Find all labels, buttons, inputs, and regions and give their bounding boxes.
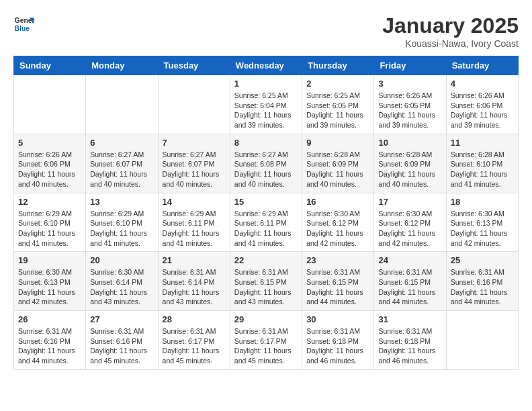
calendar-day-cell: 28Sunrise: 6:31 AM Sunset: 6:17 PM Dayli…	[158, 311, 230, 370]
day-number: 18	[451, 197, 514, 207]
calendar-day-cell: 11Sunrise: 6:28 AM Sunset: 6:10 PM Dayli…	[446, 134, 518, 193]
day-info: Sunrise: 6:25 AM Sunset: 6:05 PM Dayligh…	[306, 91, 369, 130]
day-info: Sunrise: 6:30 AM Sunset: 6:12 PM Dayligh…	[378, 209, 441, 248]
day-info: Sunrise: 6:30 AM Sunset: 6:12 PM Dayligh…	[306, 209, 369, 248]
calendar-day-cell: 16Sunrise: 6:30 AM Sunset: 6:12 PM Dayli…	[302, 193, 374, 252]
day-info: Sunrise: 6:31 AM Sunset: 6:15 PM Dayligh…	[378, 267, 441, 307]
calendar-day-cell: 29Sunrise: 6:31 AM Sunset: 6:17 PM Dayli…	[230, 311, 302, 370]
calendar-day-cell	[158, 75, 230, 134]
logo-icon: General Blue	[13, 13, 35, 35]
day-info: Sunrise: 6:26 AM Sunset: 6:06 PM Dayligh…	[18, 150, 81, 189]
day-number: 7	[163, 138, 226, 148]
day-number: 25	[451, 255, 514, 265]
day-info: Sunrise: 6:31 AM Sunset: 6:18 PM Dayligh…	[378, 326, 441, 366]
calendar-body: 1Sunrise: 6:25 AM Sunset: 6:04 PM Daylig…	[14, 75, 519, 370]
day-info: Sunrise: 6:27 AM Sunset: 6:08 PM Dayligh…	[234, 150, 298, 189]
day-number: 19	[18, 255, 81, 265]
calendar-week-row: 1Sunrise: 6:25 AM Sunset: 6:04 PM Daylig…	[14, 75, 519, 134]
calendar-day-cell: 7Sunrise: 6:27 AM Sunset: 6:07 PM Daylig…	[158, 134, 230, 193]
calendar-day-cell: 15Sunrise: 6:29 AM Sunset: 6:11 PM Dayli…	[230, 193, 302, 252]
day-number: 22	[234, 255, 298, 265]
calendar-day-cell: 1Sunrise: 6:25 AM Sunset: 6:04 PM Daylig…	[230, 75, 302, 134]
calendar-day-cell	[86, 75, 158, 134]
day-info: Sunrise: 6:30 AM Sunset: 6:13 PM Dayligh…	[18, 267, 81, 307]
day-number: 27	[90, 314, 153, 324]
weekday-header-cell: Wednesday	[230, 56, 302, 75]
calendar-day-cell: 26Sunrise: 6:31 AM Sunset: 6:16 PM Dayli…	[14, 311, 86, 370]
calendar-day-cell: 4Sunrise: 6:26 AM Sunset: 6:06 PM Daylig…	[446, 75, 518, 134]
calendar-day-cell: 25Sunrise: 6:31 AM Sunset: 6:16 PM Dayli…	[446, 252, 518, 311]
day-number: 9	[306, 138, 369, 148]
day-number: 21	[163, 255, 226, 265]
day-number: 3	[378, 79, 441, 89]
calendar-day-cell	[14, 75, 86, 134]
calendar-day-cell: 8Sunrise: 6:27 AM Sunset: 6:08 PM Daylig…	[230, 134, 302, 193]
day-info: Sunrise: 6:31 AM Sunset: 6:18 PM Dayligh…	[306, 326, 369, 366]
day-number: 2	[306, 79, 369, 89]
weekday-header-cell: Thursday	[302, 56, 374, 75]
day-number: 8	[234, 138, 298, 148]
day-info: Sunrise: 6:31 AM Sunset: 6:15 PM Dayligh…	[306, 267, 369, 307]
calendar-day-cell: 23Sunrise: 6:31 AM Sunset: 6:15 PM Dayli…	[302, 252, 374, 311]
weekday-header-cell: Tuesday	[158, 56, 230, 75]
weekday-header-cell: Monday	[86, 56, 158, 75]
day-info: Sunrise: 6:27 AM Sunset: 6:07 PM Dayligh…	[163, 150, 226, 189]
calendar-day-cell: 14Sunrise: 6:29 AM Sunset: 6:11 PM Dayli…	[158, 193, 230, 252]
calendar-day-cell: 31Sunrise: 6:31 AM Sunset: 6:18 PM Dayli…	[374, 311, 446, 370]
day-number: 28	[163, 314, 226, 324]
day-info: Sunrise: 6:27 AM Sunset: 6:07 PM Dayligh…	[90, 150, 153, 189]
month-title: January 2025	[382, 13, 519, 38]
day-info: Sunrise: 6:31 AM Sunset: 6:17 PM Dayligh…	[234, 326, 298, 366]
day-info: Sunrise: 6:31 AM Sunset: 6:17 PM Dayligh…	[163, 326, 226, 366]
day-number: 20	[90, 255, 153, 265]
svg-text:Blue: Blue	[15, 25, 30, 32]
calendar-week-row: 5Sunrise: 6:26 AM Sunset: 6:06 PM Daylig…	[14, 134, 519, 193]
calendar-day-cell: 19Sunrise: 6:30 AM Sunset: 6:13 PM Dayli…	[14, 252, 86, 311]
day-info: Sunrise: 6:28 AM Sunset: 6:09 PM Dayligh…	[378, 150, 441, 189]
calendar-week-row: 26Sunrise: 6:31 AM Sunset: 6:16 PM Dayli…	[14, 311, 519, 370]
weekday-header-row: SundayMondayTuesdayWednesdayThursdayFrid…	[14, 56, 519, 75]
calendar-day-cell: 10Sunrise: 6:28 AM Sunset: 6:09 PM Dayli…	[374, 134, 446, 193]
page-header: General Blue January 2025 Kouassi-Nawa, …	[13, 13, 519, 49]
weekday-header-cell: Friday	[374, 56, 446, 75]
day-number: 13	[90, 197, 153, 207]
day-info: Sunrise: 6:29 AM Sunset: 6:11 PM Dayligh…	[234, 209, 298, 248]
day-number: 10	[378, 138, 441, 148]
day-number: 15	[234, 197, 298, 207]
calendar-day-cell: 3Sunrise: 6:26 AM Sunset: 6:05 PM Daylig…	[374, 75, 446, 134]
calendar-day-cell: 30Sunrise: 6:31 AM Sunset: 6:18 PM Dayli…	[302, 311, 374, 370]
day-info: Sunrise: 6:30 AM Sunset: 6:14 PM Dayligh…	[90, 267, 153, 307]
day-number: 14	[163, 197, 226, 207]
day-number: 16	[306, 197, 369, 207]
weekday-header-cell: Saturday	[446, 56, 518, 75]
day-number: 31	[378, 314, 441, 324]
day-number: 26	[18, 314, 81, 324]
day-info: Sunrise: 6:29 AM Sunset: 6:11 PM Dayligh…	[163, 209, 226, 248]
calendar-day-cell: 27Sunrise: 6:31 AM Sunset: 6:16 PM Dayli…	[86, 311, 158, 370]
day-info: Sunrise: 6:25 AM Sunset: 6:04 PM Dayligh…	[234, 91, 298, 130]
day-info: Sunrise: 6:29 AM Sunset: 6:10 PM Dayligh…	[18, 209, 81, 248]
day-number: 24	[378, 255, 441, 265]
day-number: 11	[451, 138, 514, 148]
calendar-day-cell	[446, 311, 518, 370]
calendar-day-cell: 21Sunrise: 6:31 AM Sunset: 6:14 PM Dayli…	[158, 252, 230, 311]
day-info: Sunrise: 6:31 AM Sunset: 6:16 PM Dayligh…	[18, 326, 81, 366]
calendar-day-cell: 5Sunrise: 6:26 AM Sunset: 6:06 PM Daylig…	[14, 134, 86, 193]
calendar-day-cell: 12Sunrise: 6:29 AM Sunset: 6:10 PM Dayli…	[14, 193, 86, 252]
calendar-day-cell: 20Sunrise: 6:30 AM Sunset: 6:14 PM Dayli…	[86, 252, 158, 311]
day-info: Sunrise: 6:26 AM Sunset: 6:06 PM Dayligh…	[451, 91, 514, 130]
calendar-week-row: 12Sunrise: 6:29 AM Sunset: 6:10 PM Dayli…	[14, 193, 519, 252]
calendar-day-cell: 24Sunrise: 6:31 AM Sunset: 6:15 PM Dayli…	[374, 252, 446, 311]
day-info: Sunrise: 6:28 AM Sunset: 6:09 PM Dayligh…	[306, 150, 369, 189]
day-number: 6	[90, 138, 153, 148]
day-info: Sunrise: 6:29 AM Sunset: 6:10 PM Dayligh…	[90, 209, 153, 248]
calendar-day-cell: 22Sunrise: 6:31 AM Sunset: 6:15 PM Dayli…	[230, 252, 302, 311]
logo: General Blue	[13, 13, 38, 35]
day-number: 5	[18, 138, 81, 148]
day-info: Sunrise: 6:31 AM Sunset: 6:15 PM Dayligh…	[234, 267, 298, 307]
weekday-header-cell: Sunday	[14, 56, 86, 75]
day-number: 1	[234, 79, 298, 89]
day-info: Sunrise: 6:30 AM Sunset: 6:13 PM Dayligh…	[451, 209, 514, 248]
calendar-day-cell: 18Sunrise: 6:30 AM Sunset: 6:13 PM Dayli…	[446, 193, 518, 252]
location-subtitle: Kouassi-Nawa, Ivory Coast	[382, 38, 519, 49]
